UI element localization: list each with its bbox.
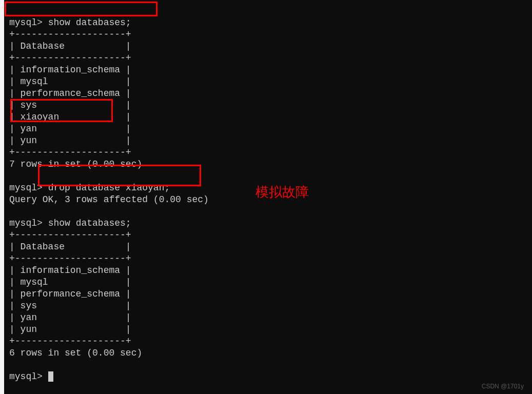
table-row: | yan | (9, 124, 131, 134)
result-summary: 6 rows in set (0.00 sec) (9, 348, 142, 358)
table-row: | sys | (9, 301, 131, 311)
prompt: mysql> (9, 371, 43, 382)
query-result: Query OK, 3 rows affected (0.00 sec) (9, 194, 209, 205)
prompt: mysql> (9, 17, 43, 28)
result-summary: 7 rows in set (0.00 sec) (9, 159, 142, 169)
table-border: +--------------------+ (9, 53, 131, 63)
command-show-databases-2: show databases; (48, 218, 131, 228)
table-row: | yun | (9, 324, 131, 334)
command-show-databases-1: show databases; (48, 17, 131, 28)
table-border: +--------------------+ (9, 336, 131, 346)
watermark: CSDN @1701y (482, 383, 524, 390)
table-border: +--------------------+ (9, 29, 131, 40)
table-header: | Database | (9, 41, 131, 51)
table-row: | performance_schema | (9, 88, 131, 98)
prompt: mysql> (9, 218, 43, 228)
table-row: | performance_schema | (9, 289, 131, 299)
table-row: | mysql | (9, 277, 131, 287)
table-border: +--------------------+ (9, 253, 131, 264)
table-row: | xiaoyan | (9, 112, 131, 122)
prompt: mysql> (9, 183, 43, 193)
left-edge-border (0, 0, 4, 394)
table-row: | information_schema | (9, 265, 131, 275)
annotation-simulate-fault: 模拟故障 (255, 183, 309, 201)
table-border: +--------------------+ (9, 147, 131, 157)
table-row: | yun | (9, 135, 131, 146)
table-header: | Database | (9, 242, 131, 252)
table-row: | information_schema | (9, 65, 131, 75)
table-row: | sys | (9, 100, 131, 110)
table-row: | yan | (9, 312, 131, 323)
table-border: +--------------------+ (9, 230, 131, 240)
table-row: | mysql | (9, 76, 131, 87)
terminal-cursor[interactable] (48, 371, 53, 382)
command-drop-database: drop database xiaoyan; (48, 183, 170, 193)
